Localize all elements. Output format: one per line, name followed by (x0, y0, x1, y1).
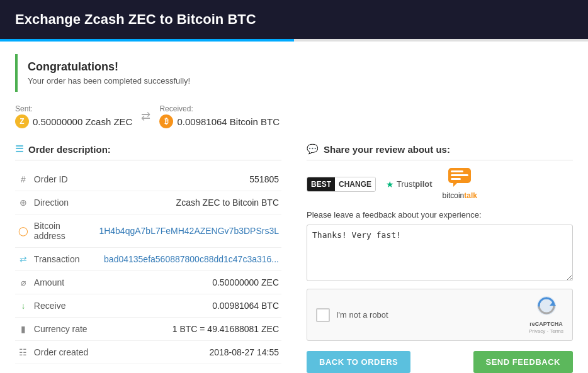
row-icon: # (15, 168, 31, 191)
row-value: 551805 (96, 168, 281, 191)
row-label: Bitcoin address (31, 214, 97, 248)
table-row: ⊕ Direction Zcash ZEC to Bitcoin BTC (15, 191, 281, 214)
recaptcha-footer: Privacy - Terms (529, 328, 563, 334)
bitcointalk-text: bitcointalk (443, 191, 477, 200)
trustpilot-star-icon: ★ (386, 179, 394, 189)
row-icon: ⊕ (15, 191, 31, 214)
recaptcha-box: I'm not a robot reCAPTCHA Privacy - Ter (307, 289, 573, 341)
row-value: 0.50000000 ZEC (96, 271, 281, 294)
platforms-row: BEST CHANGE ★ Trustpilot (307, 168, 573, 200)
order-section-title: ☰ Order description: (15, 143, 281, 160)
list-icon: ☰ (15, 143, 23, 155)
success-message: Your order has been completed successful… (28, 76, 563, 86)
back-to-orders-button[interactable]: BACK TO ORDERS (307, 351, 410, 373)
bitcointalk-bubble-icon (448, 168, 471, 191)
sent-label: Sent: (15, 104, 132, 113)
row-label: Currency rate (31, 318, 97, 341)
row-label: Order created (31, 341, 97, 364)
row-value: Zcash ZEC to Bitcoin BTC (96, 191, 281, 214)
row-icon: ⌀ (15, 271, 31, 294)
bestchange-badge[interactable]: BEST CHANGE (307, 177, 376, 192)
send-feedback-button[interactable]: SEND FEEDBACK (473, 351, 573, 373)
svg-marker-4 (453, 183, 457, 187)
row-icon: ☷ (15, 341, 31, 364)
recaptcha-label: reCAPTCHA (529, 321, 563, 327)
success-heading: Congratulations! (28, 60, 563, 74)
row-icon: ◯ (15, 214, 31, 248)
success-box: Congratulations! Your order has been com… (15, 54, 573, 92)
bitcointalk-badge[interactable]: bitcointalk (443, 168, 477, 200)
trustpilot-badge[interactable]: ★ Trustpilot (386, 179, 433, 189)
header-title: Exchange Zcash ZEC to Bitcoin BTC (15, 11, 256, 27)
sent-value: 0.50000000 Zcash ZEC (33, 116, 132, 127)
row-value: 0.00981064 BTC (96, 294, 281, 318)
row-icon: ↓ (15, 294, 31, 318)
table-row: # Order ID 551805 (15, 168, 281, 191)
row-label: Order ID (31, 168, 97, 191)
exchange-arrows-icon: ⇄ (141, 109, 150, 123)
chat-icon: 💬 (307, 143, 319, 155)
recaptcha-checkbox[interactable] (316, 308, 330, 322)
order-table: # Order ID 551805 ⊕ Direction Zcash ZEC … (15, 168, 281, 364)
row-label: Direction (31, 191, 97, 214)
review-section-title: 💬 Share your review about us: (307, 143, 573, 160)
table-row: ↓ Receive 0.00981064 BTC (15, 294, 281, 318)
svg-rect-3 (451, 178, 461, 180)
bestchange-best: BEST (307, 177, 335, 191)
row-value[interactable]: 1H4b4qgA7bL7FeMH42AZENGv7b3DPSrs3L (96, 214, 281, 248)
received-value: 0.00981064 Bitcoin BTC (177, 116, 280, 127)
recaptcha-text: I'm not a robot (336, 310, 388, 320)
row-label: Receive (31, 294, 97, 318)
svg-rect-2 (451, 174, 468, 176)
row-label: Amount (31, 271, 97, 294)
table-row: ▮ Currency rate 1 BTC = 49.41688081 ZEC (15, 318, 281, 341)
table-row: ☷ Order created 2018-08-27 14:55 (15, 341, 281, 364)
table-row: ⇄ Transaction bad04135efa560887800c88dd1… (15, 248, 281, 271)
feedback-textarea[interactable] (307, 225, 573, 281)
bestchange-change: CHANGE (335, 177, 375, 191)
svg-rect-1 (451, 170, 463, 172)
trustpilot-label: Trustpilot (397, 179, 433, 189)
row-icon: ⇄ (15, 248, 31, 271)
zec-icon: Z (15, 114, 29, 128)
received-label: Received: (159, 104, 280, 113)
btc-icon: ₿ (159, 114, 173, 128)
header: Exchange Zcash ZEC to Bitcoin BTC (0, 0, 588, 39)
feedback-label: Please leave a feedback about your exper… (307, 210, 573, 220)
row-icon: ▮ (15, 318, 31, 341)
row-value: 1 BTC = 49.41688081 ZEC (96, 318, 281, 341)
row-label: Transaction (31, 248, 97, 271)
table-row: ◯ Bitcoin address 1H4b4qgA7bL7FeMH42AZEN… (15, 214, 281, 248)
row-value: 2018-08-27 14:55 (96, 341, 281, 364)
row-value[interactable]: bad04135efa560887800c88dd1c47c3a316... (96, 248, 281, 271)
recaptcha-logo-icon (536, 296, 557, 320)
tx-summary: Sent: Z 0.50000000 Zcash ZEC ⇄ Received:… (15, 104, 573, 128)
table-row: ⌀ Amount 0.50000000 ZEC (15, 271, 281, 294)
